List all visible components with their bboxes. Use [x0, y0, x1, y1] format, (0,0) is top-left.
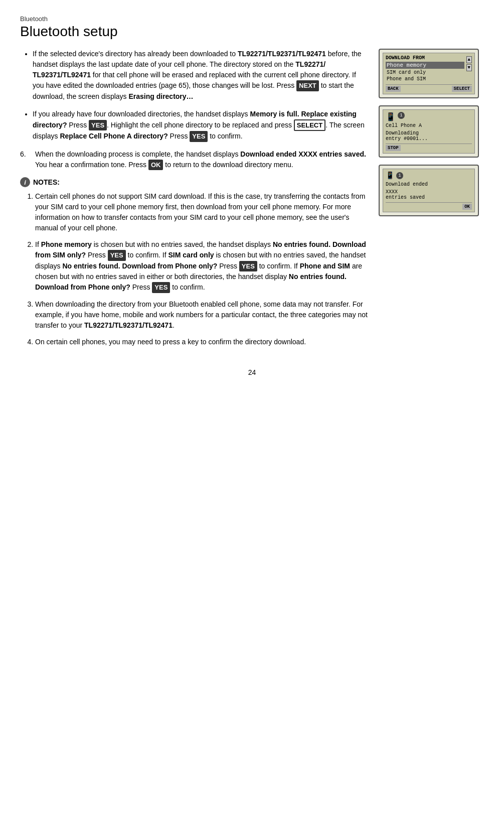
page-section-label: Bluetooth — [20, 15, 484, 23]
screen-1-inner: DOWNLOAD FROM Phone memory SIM card only… — [383, 53, 475, 94]
info-icon: i — [20, 177, 30, 187]
note-item-3: When downloading the directory from your… — [35, 299, 369, 331]
no-entries-phone2-bold: No entries found. Download from Phone on… — [35, 272, 347, 291]
text-content: If the selected device's directory has a… — [20, 49, 379, 353]
notes-list: Certain cell phones do not support SIM c… — [20, 191, 369, 347]
yes-key-4: YES — [239, 261, 257, 272]
yes-key-3: YES — [108, 250, 126, 261]
screen-2-status: Downloading — [386, 130, 472, 136]
model-bold-2: TL92271/TL92371/TL92471 — [33, 60, 325, 79]
screen-2-header: 📱 1 — [386, 112, 472, 122]
screen-1-item-2: SIM card only — [386, 69, 464, 76]
screen-1-title: DOWNLOAD FROM — [386, 55, 464, 61]
screen-2-inner: 📱 1 Cell Phone A Downloading entry #0001… — [383, 109, 475, 154]
screen-3-line2: XXXX — [386, 189, 472, 195]
phone-memory-bold: Phone memory — [41, 240, 92, 248]
step-6-number: 6. — [20, 149, 35, 171]
screen-1-item-3: Phone and SIM — [386, 76, 464, 82]
screen-2-entry: entry #0001... — [386, 136, 472, 142]
screen-1: DOWNLOAD FROM Phone memory SIM card only… — [379, 49, 479, 98]
notes-section: i NOTES: Certain cell phones do not supp… — [20, 177, 369, 347]
bt-badge: 1 — [398, 112, 405, 119]
notes-label: NOTES: — [33, 178, 60, 186]
yes-key-5: YES — [152, 282, 170, 293]
model-bold-3: TL92271/TL92371/TL92471 — [84, 321, 173, 329]
back-btn: BACK — [386, 86, 401, 92]
screen-3-bottom: OK — [386, 202, 472, 210]
screen-2-bottom: STOP — [386, 144, 472, 151]
select-btn: SELECT — [452, 86, 472, 92]
yes-key-2: YES — [190, 131, 208, 142]
stop-btn: STOP — [386, 145, 401, 151]
phone-and-sim-bold: Phone and SIM — [300, 262, 350, 270]
screen-2: 📱 1 Cell Phone A Downloading entry #0001… — [379, 105, 479, 158]
model-bold-1: TL92271/TL92371/TL92471 — [238, 50, 326, 58]
phone-icon-2: 📱 — [386, 171, 394, 180]
screen-3: 📱 1 Download ended XXXX entries saved OK — [379, 165, 479, 216]
step-6-text: When the downloading process is complete… — [35, 149, 369, 171]
ok-btn: OK — [462, 204, 472, 210]
page-number: 24 — [20, 368, 484, 376]
note-item-1: Certain cell phones do not support SIM c… — [35, 191, 369, 233]
screen-2-phone-label: Cell Phone A — [386, 123, 472, 128]
note-item-4: On certain cell phones, you may need to … — [35, 337, 369, 347]
download-ended-bold: Download ended XXXX entries saved. — [240, 150, 366, 158]
screen-1-bottom: BACK SELECT — [386, 84, 472, 92]
erasing-bold: Erasing directory… — [128, 92, 193, 100]
next-key: NEXT — [296, 80, 319, 91]
select-key: SELECT — [294, 119, 325, 131]
bullet-item-1: If the selected device's directory has a… — [33, 49, 369, 102]
bt-badge-2: 1 — [396, 172, 403, 179]
page-title: Bluetooth setup — [20, 24, 484, 40]
ok-key: OK — [148, 160, 163, 171]
yes-key-1: YES — [89, 120, 107, 131]
no-entries-phone-bold: No entries found. Download from Phone on… — [62, 262, 217, 270]
screen-3-line1: Download ended — [386, 182, 472, 187]
bullet-item-2: If you already have four downloaded dire… — [33, 109, 369, 142]
device-screens: DOWNLOAD FROM Phone memory SIM card only… — [379, 49, 484, 353]
phone-icon: 📱 — [386, 112, 396, 122]
replace-bold: Replace Cell Phone A directory? — [60, 132, 167, 140]
notes-header: i NOTES: — [20, 177, 369, 187]
sim-card-only-bold: SIM card only — [169, 251, 214, 259]
screen-3-inner: 📱 1 Download ended XXXX entries saved OK — [383, 169, 475, 212]
bullet-list: If the selected device's directory has a… — [20, 49, 369, 142]
step-6: 6. When the downloading process is compl… — [20, 149, 369, 171]
screen-3-line3: entries saved — [386, 195, 472, 200]
screen-1-item-1: Phone memory — [386, 62, 464, 69]
note-item-2: If Phone memory is chosen but with no en… — [35, 239, 369, 293]
